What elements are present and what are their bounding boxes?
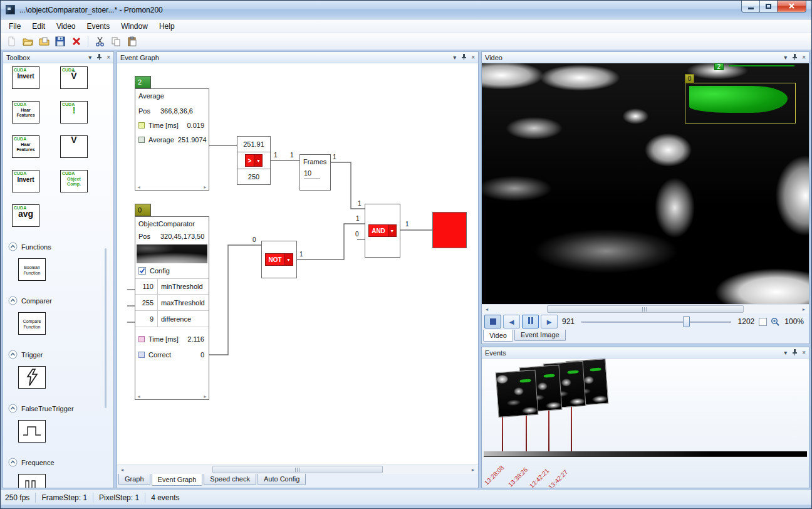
step-back-button[interactable]: ◀: [503, 315, 520, 328]
toolbox-item-cuda-exclaim[interactable]: CUDA!: [60, 101, 88, 123]
graph-canvas[interactable]: 1 1 1 1 1 0 1 0 1 2 Average Pos366,8,36,…: [117, 63, 478, 464]
time-color-swatch[interactable]: [138, 336, 145, 342]
node-scroll-left-icon[interactable]: ◄: [137, 185, 141, 189]
roi-box[interactable]: 0: [685, 83, 796, 123]
scroll-right-icon[interactable]: ►: [468, 465, 478, 474]
cut-button[interactable]: [92, 34, 107, 49]
video-checkbox[interactable]: [759, 318, 767, 326]
events-header[interactable]: Events ▾ ×: [482, 347, 809, 359]
open-project-button[interactable]: [36, 34, 51, 49]
toolbox-item-boolean-function[interactable]: Boolean Function: [18, 258, 46, 281]
zoom-icon[interactable]: [771, 317, 780, 327]
average-color-swatch[interactable]: [138, 137, 145, 143]
menu-file[interactable]: File: [3, 21, 26, 32]
parameter-row[interactable]: 9difference: [135, 311, 209, 327]
section-trigger[interactable]: Trigger: [8, 350, 113, 359]
event-thumbnail[interactable]: [496, 370, 539, 417]
parameter-row[interactable]: 255maxThreshold: [135, 295, 209, 311]
config-checkbox[interactable]: [138, 267, 146, 275]
output-node[interactable]: [432, 212, 467, 248]
frames-node[interactable]: Frames 10: [299, 154, 331, 191]
menu-help[interactable]: Help: [154, 21, 180, 32]
toolbox-item-vbar-2[interactable]: V̄: [60, 135, 88, 158]
slider-thumb[interactable]: [683, 316, 690, 327]
event-graph-header[interactable]: Event Graph ▾ ×: [117, 52, 478, 63]
video-hscrollbar[interactable]: ◄ ►: [482, 304, 809, 313]
scroll-left-icon[interactable]: ◄: [117, 465, 127, 474]
toolbox-menu-icon[interactable]: ▾: [88, 55, 91, 61]
param-value[interactable]: 9: [135, 311, 158, 327]
titlebar[interactable]: ...\objectComparator_stoer...* - Promon2…: [1, 1, 811, 19]
video-pin-icon[interactable]: [792, 53, 797, 62]
menu-edit[interactable]: Edit: [26, 21, 51, 32]
scrollbar-thumb[interactable]: [547, 305, 744, 313]
events-menu-icon[interactable]: ▾: [784, 350, 787, 356]
video-header[interactable]: Video ▾ ×: [482, 52, 809, 63]
minimize-button[interactable]: [741, 1, 760, 13]
tab-event-graph[interactable]: Event Graph: [152, 474, 203, 486]
toolbox-item-cuda-haar-2[interactable]: CUDAHaar Features: [12, 135, 39, 158]
comparator-node[interactable]: 251.91 > ▼ 250: [237, 136, 271, 185]
objectcomparator-node[interactable]: ObjectComparator Pos320,45,173,50 Config…: [135, 216, 209, 400]
toolbox-item-falsetruetrigger[interactable]: [18, 420, 46, 443]
comparator-operator-dropdown[interactable]: > ▼: [245, 154, 263, 167]
toolbox-item-compare-function[interactable]: Compare Function: [18, 312, 46, 335]
node-scroll-right-icon[interactable]: ►: [203, 185, 207, 189]
section-functions[interactable]: Functions: [8, 242, 113, 251]
slider-track[interactable]: [581, 321, 731, 323]
and-node[interactable]: AND ▼: [365, 204, 400, 258]
scroll-left-icon[interactable]: ◄: [482, 305, 492, 313]
param-value[interactable]: 255: [135, 295, 158, 310]
delete-button[interactable]: [69, 34, 84, 49]
toolbox-item-cuda-haar-1[interactable]: CUDAHaar Features: [12, 101, 39, 123]
stop-button[interactable]: [484, 315, 501, 328]
tab-auto-config[interactable]: Auto Config: [258, 474, 306, 485]
events-close-icon[interactable]: ×: [802, 350, 806, 356]
section-falsetruetrigger[interactable]: FalseTrueTrigger: [8, 404, 113, 413]
paste-button[interactable]: [125, 34, 140, 49]
node-scroll-right-icon[interactable]: ►: [203, 394, 207, 399]
toolbox-item-cuda-objectcomp[interactable]: CUDAObject Comp.: [60, 170, 88, 192]
toolbox-item-cuda-avg[interactable]: CUDAavg: [12, 204, 39, 227]
toolbox-item-cuda-vbar-1[interactable]: CUDAV̄: [60, 66, 88, 89]
correct-color-swatch[interactable]: [138, 352, 145, 358]
graph-hscrollbar[interactable]: ◄ ►: [117, 464, 478, 474]
not-operator-dropdown[interactable]: NOT ▼: [265, 253, 293, 266]
and-operator-dropdown[interactable]: AND ▼: [368, 224, 397, 237]
tab-speed-check[interactable]: Speed check: [204, 474, 256, 485]
close-button[interactable]: [778, 1, 806, 13]
average-node[interactable]: Average Pos366,8,36,6 Time [ms]0.019 Ave…: [135, 88, 209, 191]
menu-events[interactable]: Events: [81, 21, 116, 32]
node-scroll-left-icon[interactable]: ◄: [137, 394, 141, 399]
section-comparer[interactable]: Comparer: [8, 296, 113, 305]
toolbox-scrollbar[interactable]: [105, 248, 107, 408]
save-button[interactable]: [53, 34, 68, 49]
menu-window[interactable]: Window: [115, 21, 154, 32]
open-button[interactable]: [20, 34, 35, 49]
param-value[interactable]: 110: [135, 279, 158, 294]
toolbox-close-icon[interactable]: ×: [107, 55, 110, 61]
events-timeline-bar[interactable]: [484, 451, 807, 457]
event-graph-menu-icon[interactable]: ▾: [453, 55, 456, 61]
toolbox-item-frequence[interactable]: [18, 474, 46, 488]
tab-graph[interactable]: Graph: [118, 474, 150, 485]
parameter-row[interactable]: 110minThreshold: [135, 278, 209, 295]
events-pin-icon[interactable]: [792, 349, 797, 357]
toolbox-item-trigger[interactable]: [18, 366, 46, 389]
scroll-right-icon[interactable]: ►: [799, 305, 809, 313]
play-button[interactable]: ▶: [541, 315, 558, 328]
new-file-button[interactable]: [4, 34, 19, 49]
toolbox-item-cuda-invert-2[interactable]: CUDAInvert: [12, 170, 39, 192]
tab-event-image[interactable]: Event Image: [514, 330, 566, 341]
video-menu-icon[interactable]: ▾: [784, 55, 787, 61]
toolbox-item-cuda-invert-1[interactable]: CUDAInvert: [12, 66, 39, 89]
scrollbar-thumb[interactable]: [212, 466, 383, 473]
time-color-swatch[interactable]: [138, 122, 145, 129]
maximize-button[interactable]: [760, 1, 778, 13]
copy-button[interactable]: [108, 34, 123, 49]
toolbox-pin-icon[interactable]: [96, 53, 102, 62]
event-graph-pin-icon[interactable]: [461, 53, 466, 62]
section-frequence[interactable]: Frequence: [8, 458, 113, 467]
pause-button[interactable]: [522, 315, 539, 328]
not-node[interactable]: NOT ▼: [261, 241, 297, 278]
